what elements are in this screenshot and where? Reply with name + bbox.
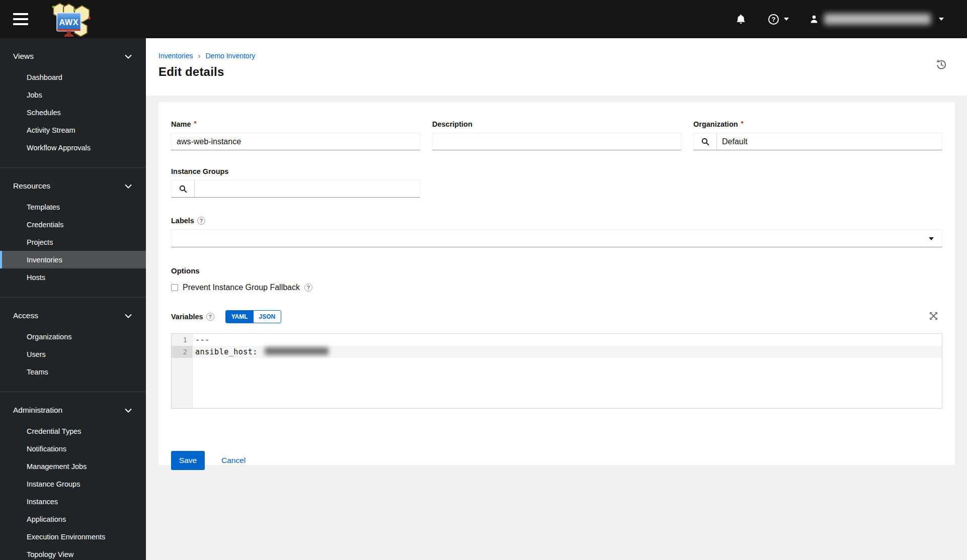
username-redacted <box>824 14 931 25</box>
sidebar-item-templates[interactable]: Templates <box>0 198 146 216</box>
chevron-down-icon <box>929 237 934 240</box>
sidebar-item-instances[interactable]: Instances <box>0 493 146 510</box>
instance-groups-field-group: Instance Groups <box>171 167 420 198</box>
fallback-help-icon[interactable]: ? <box>304 284 312 292</box>
save-button[interactable]: Save <box>171 451 205 470</box>
bell-icon <box>736 14 746 25</box>
help-menu-button[interactable]: ? <box>768 14 789 25</box>
required-asterisk: * <box>741 120 744 127</box>
notifications-bell-button[interactable] <box>736 14 746 25</box>
line-number: 1 <box>172 334 192 346</box>
awx-logo[interactable]: AWX <box>45 2 94 37</box>
sidebar-item-applications[interactable]: Applications <box>0 510 146 528</box>
organization-field-group: Organization* <box>693 120 942 150</box>
breadcrumb: Inventories › Demo Inventory <box>158 51 967 60</box>
sidebar-item-users[interactable]: Users <box>0 345 146 363</box>
json-toggle-button[interactable]: JSON <box>254 311 281 323</box>
code-line: ansible_host: <box>193 346 942 358</box>
chevron-down-icon <box>784 18 789 21</box>
line-number: 2 <box>172 346 192 358</box>
chevron-down-icon <box>125 408 132 413</box>
sidebar-item-notifications[interactable]: Notifications <box>0 440 146 457</box>
description-field-group: Description <box>432 120 681 150</box>
sidebar-item-projects[interactable]: Projects <box>0 233 146 251</box>
sidebar-item-workflow-approvals[interactable]: Workflow Approvals <box>0 139 146 156</box>
sidebar-item-jobs[interactable]: Jobs <box>0 86 146 104</box>
sidebar-section-resources: Resources Templates Credentials Projects… <box>0 167 146 292</box>
prevent-instance-group-fallback-checkbox[interactable] <box>171 284 178 291</box>
instance-groups-input[interactable] <box>195 180 420 198</box>
sidebar-section-resources-header[interactable]: Resources <box>0 179 146 192</box>
organization-lookup-button[interactable] <box>693 133 717 150</box>
chevron-down-icon <box>125 184 132 189</box>
instance-groups-label: Instance Groups <box>171 167 420 175</box>
sidebar: Views Dashboard Jobs Schedules Activity … <box>0 38 146 560</box>
sidebar-section-administration-header[interactable]: Administration <box>0 403 146 416</box>
sidebar-item-management-jobs[interactable]: Management Jobs <box>0 457 146 475</box>
masthead: AWX ? <box>0 0 967 38</box>
instance-groups-lookup-button[interactable] <box>171 180 195 198</box>
sidebar-section-access: Access Organizations Users Teams <box>0 297 146 387</box>
code-line: --- <box>193 334 942 346</box>
name-label: Name* <box>171 120 420 128</box>
sidebar-item-inventories[interactable]: Inventories <box>0 251 146 268</box>
sidebar-item-topology-view[interactable]: Topology View <box>0 545 146 560</box>
name-input[interactable] <box>171 133 420 150</box>
form-actions: Save Cancel <box>171 451 942 470</box>
search-icon <box>701 138 709 146</box>
user-icon <box>809 14 819 25</box>
help-icon: ? <box>768 14 779 25</box>
sidebar-section-views: Views Dashboard Jobs Schedules Activity … <box>0 38 146 162</box>
options-group: Options Prevent Instance Group Fallback … <box>171 266 942 292</box>
organization-input[interactable] <box>717 133 942 150</box>
sidebar-item-teams[interactable]: Teams <box>0 363 146 381</box>
section-label: Views <box>13 52 34 61</box>
sidebar-section-access-header[interactable]: Access <box>0 309 146 322</box>
cancel-button[interactable]: Cancel <box>221 456 246 465</box>
variables-code-editor[interactable]: 1 2 --- ansible_host: <box>171 333 942 409</box>
content-body: Name* Description Organization* <box>146 96 967 560</box>
description-input[interactable] <box>432 133 681 150</box>
labels-label: Labels ? <box>171 217 942 225</box>
sidebar-item-credential-types[interactable]: Credential Types <box>0 422 146 440</box>
breadcrumb-link-inventories[interactable]: Inventories <box>158 52 193 60</box>
awx-logo-image: AWX <box>45 2 94 37</box>
yaml-toggle-button[interactable]: YAML <box>226 311 254 323</box>
sidebar-item-activity-stream[interactable]: Activity Stream <box>0 121 146 139</box>
svg-text:AWX: AWX <box>59 18 78 27</box>
sidebar-item-organizations[interactable]: Organizations <box>0 328 146 345</box>
sidebar-item-hosts[interactable]: Hosts <box>0 268 146 286</box>
editor-code-pane[interactable]: --- ansible_host: <box>193 334 942 408</box>
main-content: Inventories › Demo Inventory Edit detail… <box>146 38 967 560</box>
variables-format-toggle: YAML JSON <box>225 310 282 323</box>
required-asterisk: * <box>194 120 197 127</box>
sidebar-section-administration: Administration Credential Types Notifica… <box>0 392 146 560</box>
section-label: Administration <box>13 406 62 415</box>
page-header: Inventories › Demo Inventory Edit detail… <box>146 38 967 96</box>
hamburger-menu-button[interactable] <box>12 13 29 26</box>
labels-help-icon[interactable]: ? <box>197 217 205 225</box>
user-menu-button[interactable] <box>809 14 944 25</box>
chevron-down-icon <box>939 18 944 21</box>
expand-editor-button[interactable] <box>929 311 938 322</box>
sidebar-item-credentials[interactable]: Credentials <box>0 216 146 233</box>
history-icon <box>935 58 947 70</box>
sidebar-item-instance-groups[interactable]: Instance Groups <box>0 475 146 493</box>
sidebar-item-schedules[interactable]: Schedules <box>0 104 146 121</box>
sidebar-section-views-header[interactable]: Views <box>0 49 146 62</box>
variables-label: Variables ? <box>171 313 214 321</box>
variables-help-icon[interactable]: ? <box>206 313 214 321</box>
breadcrumb-separator: › <box>198 51 200 60</box>
redacted-ip-value <box>265 347 329 355</box>
expand-arrows-icon <box>929 311 938 321</box>
variables-header-row: Variables ? YAML JSON <box>171 310 942 323</box>
sidebar-item-dashboard[interactable]: Dashboard <box>0 68 146 86</box>
sidebar-item-execution-environments[interactable]: Execution Environments <box>0 528 146 545</box>
breadcrumb-link-demo-inventory[interactable]: Demo Inventory <box>205 52 255 60</box>
labels-field-group: Labels ? <box>171 217 942 247</box>
search-icon <box>179 185 187 193</box>
chevron-down-icon <box>125 54 132 59</box>
section-label: Access <box>13 311 38 320</box>
labels-select[interactable] <box>171 229 942 247</box>
activity-history-button[interactable] <box>935 58 947 72</box>
